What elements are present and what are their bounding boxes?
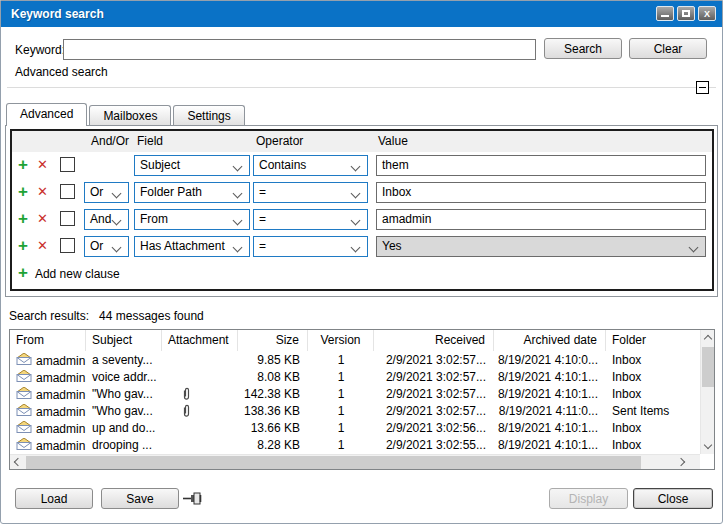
envelope-open-icon <box>16 421 32 436</box>
cell-version: 1 <box>308 437 374 454</box>
add-new-clause[interactable]: + Add new clause <box>18 264 120 284</box>
clause-checkbox[interactable] <box>60 238 75 253</box>
add-clause-icon[interactable]: + <box>18 183 28 200</box>
clause-checkbox[interactable] <box>60 184 75 199</box>
tab-mailboxes[interactable]: Mailboxes <box>89 105 171 125</box>
result-row[interactable]: amadmina seventy...9.85 KB12/9/2021 3:02… <box>10 352 700 369</box>
value-input[interactable]: Inbox <box>376 182 706 203</box>
header-from[interactable]: From <box>10 330 86 351</box>
col-field: Field <box>137 134 163 148</box>
save-button[interactable]: Save <box>101 488 179 509</box>
display-button: Display <box>549 488 628 509</box>
results-header: From Subject Attachment Size Version Rec… <box>10 330 700 351</box>
operator-select[interactable]: = <box>253 182 368 203</box>
titlebar[interactable]: Keyword search X <box>1 1 722 27</box>
cell-from: amadmin <box>10 352 86 369</box>
cell-archived-date: 8/19/2021 4:11:0... <box>494 403 606 420</box>
field-select[interactable]: From <box>134 209 250 230</box>
delete-clause-icon[interactable]: ✕ <box>37 239 48 252</box>
envelope-open-icon <box>16 370 32 385</box>
cell-subject: "Who gav... <box>86 403 162 420</box>
value-input[interactable]: them <box>376 155 706 176</box>
clause-row: +✕OrHas Attachment=Yes <box>12 233 712 260</box>
add-clause-icon[interactable]: + <box>18 210 28 227</box>
horizontal-scroll-thumb[interactable] <box>26 456 641 469</box>
clause-builder: And/Or Field Operator Value +✕SubjectCon… <box>10 129 714 291</box>
cell-version: 1 <box>308 369 374 386</box>
cell-folder: Inbox <box>606 369 700 386</box>
field-select[interactable]: Subject <box>134 155 250 176</box>
field-select[interactable]: Folder Path <box>134 182 250 203</box>
cell-subject: a seventy... <box>86 352 162 369</box>
header-subject[interactable]: Subject <box>86 330 162 351</box>
results-count: 44 messages found <box>99 309 204 323</box>
scroll-left-icon[interactable] <box>14 458 22 466</box>
field-select[interactable]: Has Attachment <box>134 236 250 257</box>
horizontal-scrollbar[interactable] <box>10 454 700 469</box>
window-title: Keyword search <box>11 1 104 27</box>
col-andor: And/Or <box>84 134 129 148</box>
minimize-icon[interactable] <box>656 6 674 21</box>
paperclip-icon <box>182 390 191 403</box>
header-folder[interactable]: Folder <box>606 330 700 351</box>
header-archived-date[interactable]: Archived date <box>494 330 606 351</box>
header-received[interactable]: Received <box>374 330 494 351</box>
from-text: amadmin <box>36 371 85 385</box>
collapse-icon[interactable] <box>696 81 709 94</box>
clause-checkbox[interactable] <box>60 211 75 226</box>
cell-folder: Inbox <box>606 420 700 437</box>
header-version[interactable]: Version <box>308 330 374 351</box>
close-icon[interactable]: X <box>698 6 716 21</box>
cell-version: 1 <box>308 420 374 437</box>
add-clause-icon[interactable]: + <box>18 156 28 173</box>
search-button[interactable]: Search <box>544 38 622 59</box>
add-clause-label: Add new clause <box>35 267 120 281</box>
cell-folder: Sent Items <box>606 403 700 420</box>
result-row[interactable]: amadmin"Who gav...138.36 KB12/9/2021 3:0… <box>10 403 700 420</box>
operator-select[interactable]: Contains <box>253 155 368 176</box>
cell-attachment <box>162 403 238 420</box>
value-select[interactable]: Yes <box>376 236 706 257</box>
andor-select[interactable]: And <box>84 209 129 230</box>
load-button[interactable]: Load <box>15 488 93 509</box>
envelope-open-icon <box>16 387 32 402</box>
value-input[interactable]: amadmin <box>376 209 706 230</box>
keyword-input[interactable] <box>63 39 536 60</box>
clause-row: +✕AndFrom=amadmin <box>12 206 712 233</box>
from-text: amadmin <box>36 354 85 368</box>
delete-clause-icon[interactable]: ✕ <box>37 185 48 198</box>
result-row[interactable]: amadmindrooping ...8.28 KB12/9/2021 3:02… <box>10 437 700 454</box>
clear-button[interactable]: Clear <box>629 38 707 59</box>
vertical-scroll-thumb[interactable] <box>702 347 714 387</box>
tab-advanced[interactable]: Advanced <box>6 103 87 126</box>
operator-select[interactable]: = <box>253 236 368 257</box>
maximize-icon[interactable] <box>677 6 695 21</box>
envelope-open-icon <box>16 353 32 368</box>
andor-select[interactable]: Or <box>84 182 129 203</box>
operator-select[interactable]: = <box>253 209 368 230</box>
andor-select[interactable]: Or <box>84 236 129 257</box>
scroll-up-icon[interactable] <box>704 335 712 343</box>
result-row[interactable]: amadminvoice addr...8.08 KB12/9/2021 3:0… <box>10 369 700 386</box>
pin-icon[interactable] <box>183 492 203 508</box>
add-clause-icon[interactable]: + <box>18 237 28 254</box>
result-row[interactable]: amadmin"Who gav...142.38 KB12/9/2021 3:0… <box>10 386 700 403</box>
tab-settings[interactable]: Settings <box>173 105 244 125</box>
results-label: Search results: <box>9 309 89 323</box>
delete-clause-icon[interactable]: ✕ <box>37 158 48 171</box>
header-attachment[interactable]: Attachment <box>162 330 238 351</box>
vertical-scrollbar[interactable] <box>700 330 714 454</box>
clause-checkbox[interactable] <box>60 157 75 172</box>
cell-subject: "Who gav... <box>86 386 162 403</box>
scroll-down-icon[interactable] <box>704 441 712 449</box>
delete-clause-icon[interactable]: ✕ <box>37 212 48 225</box>
cell-size: 8.08 KB <box>238 369 308 386</box>
envelope-open-icon <box>16 404 32 419</box>
keyword-label: Keyword: <box>15 43 65 57</box>
scroll-right-icon[interactable] <box>677 458 685 466</box>
close-button[interactable]: Close <box>633 488 713 509</box>
header-size[interactable]: Size <box>238 330 308 351</box>
result-row[interactable]: amadminup and do...13.66 KB12/9/2021 3:0… <box>10 420 700 437</box>
cell-received: 2/9/2021 3:02:57... <box>374 369 494 386</box>
cell-size: 142.38 KB <box>238 386 308 403</box>
